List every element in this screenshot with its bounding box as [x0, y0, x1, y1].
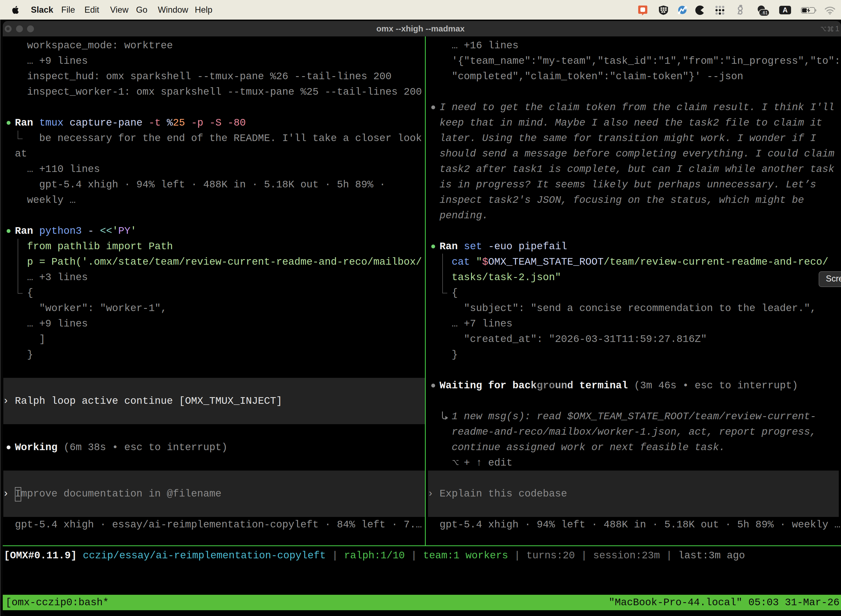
svg-text:..61: ..61 [760, 10, 768, 15]
